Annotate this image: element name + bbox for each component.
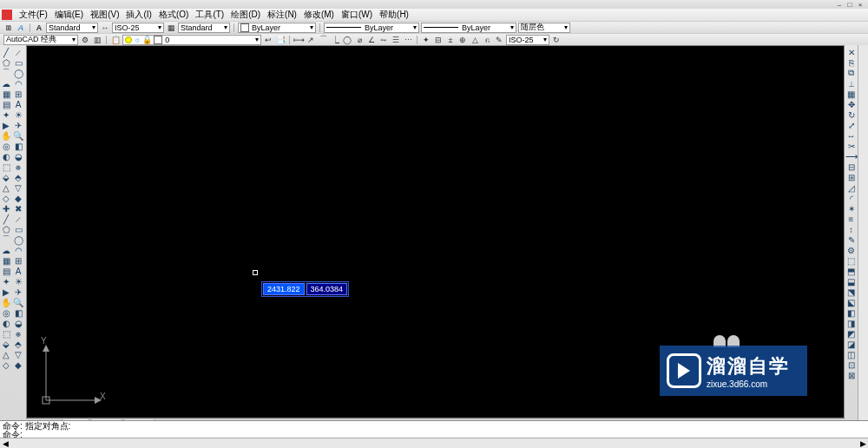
hatch-icon[interactable]: ◎: [0, 141, 12, 151]
revolve-icon[interactable]: ◠: [12, 245, 24, 255]
dyn-x-field[interactable]: 2431.822: [263, 283, 305, 295]
revcloud-icon[interactable]: ✦: [0, 109, 12, 120]
dyn-y-field[interactable]: 364.0384: [306, 283, 348, 295]
scroll-left-icon[interactable]: ◀: [0, 439, 10, 448]
menu-modify[interactable]: 修改(M): [300, 9, 338, 21]
dimstyle-combo[interactable]: ISO-25▾: [112, 23, 164, 33]
align-icon[interactable]: ≡: [846, 214, 857, 224]
dim-center-icon[interactable]: ⊕: [457, 35, 468, 45]
dim-jog-icon[interactable]: ⎌: [482, 35, 492, 45]
arc-icon[interactable]: ▦: [0, 89, 12, 99]
mesh-icon[interactable]: ◎: [0, 307, 12, 318]
edit12-icon[interactable]: ◫: [846, 349, 857, 359]
presspull-icon[interactable]: ▤: [0, 266, 12, 276]
edit10-icon[interactable]: ◩: [846, 328, 857, 339]
surface-icon[interactable]: ◧: [12, 307, 24, 318]
spline-icon[interactable]: A: [12, 99, 24, 109]
lengthen-icon[interactable]: ↕: [846, 224, 857, 234]
dim-ord-icon[interactable]: ⎿: [330, 35, 340, 45]
layer-state-icon[interactable]: 📑: [275, 35, 286, 45]
menu-help[interactable]: 帮助(H): [376, 9, 412, 21]
dim-space-icon[interactable]: ✦: [421, 35, 431, 45]
dim-baseline-icon[interactable]: ☰: [391, 35, 401, 45]
scroll-right-icon[interactable]: ▶: [858, 439, 868, 448]
menu-format[interactable]: 格式(O): [155, 9, 192, 21]
rectangle-icon[interactable]: ☁: [0, 78, 12, 89]
menu-draw[interactable]: 绘图(D): [227, 9, 264, 21]
lineweight-combo[interactable]: ByLayer▾: [421, 23, 516, 33]
dimstyle-icon[interactable]: ↔: [100, 23, 110, 33]
close-button[interactable]: ×: [856, 1, 865, 8]
menu-insert[interactable]: 插入(I): [122, 9, 155, 21]
misc4-icon[interactable]: ⬘: [12, 339, 24, 349]
array-icon[interactable]: ▦: [846, 89, 857, 99]
edit13-icon[interactable]: ⊡: [846, 359, 857, 370]
tablestyle-icon[interactable]: ▦: [166, 23, 176, 33]
circle-icon[interactable]: ▤: [0, 99, 12, 109]
edit8-icon[interactable]: ◧: [846, 307, 857, 318]
menu-tools[interactable]: 工具(T): [192, 9, 227, 21]
loft-icon[interactable]: ⊞: [12, 255, 24, 266]
textstyle-a-icon[interactable]: A: [34, 23, 44, 33]
dim-linear-icon[interactable]: ⟼: [293, 35, 304, 45]
region-icon[interactable]: ◐: [0, 151, 12, 161]
tablestyle-combo[interactable]: Standard▾: [178, 23, 230, 33]
fly-icon[interactable]: ✖: [12, 203, 24, 214]
walk-icon[interactable]: ✚: [0, 203, 12, 214]
table-icon[interactable]: ⬚: [0, 161, 12, 172]
xline-icon[interactable]: ⟋: [12, 47, 24, 57]
dimstyle2-combo[interactable]: ISO-25▾: [506, 35, 549, 45]
menu-view[interactable]: 视图(V): [87, 9, 122, 21]
dim-aligned-icon[interactable]: ↗: [306, 35, 316, 45]
offset-icon[interactable]: ⟂: [846, 78, 857, 89]
dim-insp-icon[interactable]: △: [470, 35, 480, 45]
workspace-combo[interactable]: AutoCAD 经典▾: [3, 35, 78, 45]
misc1-icon[interactable]: ⬚: [0, 328, 12, 339]
edit14-icon[interactable]: ⊠: [846, 370, 857, 380]
edit6-icon[interactable]: ⬔: [846, 287, 857, 297]
edit5-icon[interactable]: ⬓: [846, 276, 857, 287]
vertical-scrollbar[interactable]: [858, 45, 868, 429]
move-icon[interactable]: ✥: [846, 99, 857, 109]
zoom-icon[interactable]: ⟋: [12, 214, 24, 224]
ray-icon[interactable]: ▭: [12, 57, 24, 68]
edit9-icon[interactable]: ◨: [846, 318, 857, 328]
layer-prev-icon[interactable]: ↩: [263, 35, 273, 45]
helix-icon[interactable]: ⬘: [12, 172, 24, 182]
light-icon[interactable]: ▽: [12, 182, 24, 193]
edit4-icon[interactable]: ⬒: [846, 266, 857, 276]
misc5-icon[interactable]: △: [0, 349, 12, 359]
section-icon[interactable]: ✋: [0, 297, 12, 307]
render-icon[interactable]: ◇: [0, 193, 12, 203]
break-icon[interactable]: ⊟: [846, 161, 857, 172]
block-insert-icon[interactable]: ✈: [12, 120, 24, 130]
union-icon[interactable]: A: [12, 266, 24, 276]
dynamic-input[interactable]: 2431.822 364.0384: [261, 281, 349, 297]
intersect-icon[interactable]: ☀: [12, 276, 24, 287]
linetype-combo[interactable]: ByLayer▾: [324, 23, 419, 33]
slice-icon[interactable]: ▶: [0, 287, 12, 297]
maximize-button[interactable]: □: [845, 1, 854, 8]
block-icon[interactable]: ✋: [0, 130, 12, 141]
misc7-icon[interactable]: ◇: [0, 359, 12, 370]
menu-window[interactable]: 窗口(W): [338, 9, 376, 21]
misc3-icon[interactable]: ⬙: [0, 339, 12, 349]
edit11-icon[interactable]: ◪: [846, 339, 857, 349]
extend-icon[interactable]: ⟶: [846, 151, 857, 161]
ellipse-icon[interactable]: ☀: [12, 109, 24, 120]
extrude-icon[interactable]: ☁: [0, 245, 12, 255]
stretch-icon[interactable]: ↔: [846, 130, 857, 141]
sweep-icon[interactable]: ▦: [0, 255, 12, 266]
dim-quick-icon[interactable]: ⥊: [378, 35, 389, 45]
menu-file[interactable]: 文件(F): [16, 9, 51, 21]
plotstyle-combo[interactable]: 随层色▾: [518, 23, 570, 33]
dim-arc-icon[interactable]: ⌒: [318, 35, 328, 45]
new-icon[interactable]: 🗎: [3, 23, 14, 33]
dim-angular-icon[interactable]: ∠: [366, 35, 377, 45]
layer-props-icon[interactable]: 📋: [110, 35, 121, 45]
menu-edit[interactable]: 编辑(E): [51, 9, 87, 21]
pan-icon[interactable]: ╱: [0, 214, 12, 224]
scale-icon[interactable]: ⤢: [846, 120, 857, 130]
viewcube-icon[interactable]: ▭: [12, 224, 24, 234]
mirror-icon[interactable]: ⧉: [846, 68, 857, 78]
